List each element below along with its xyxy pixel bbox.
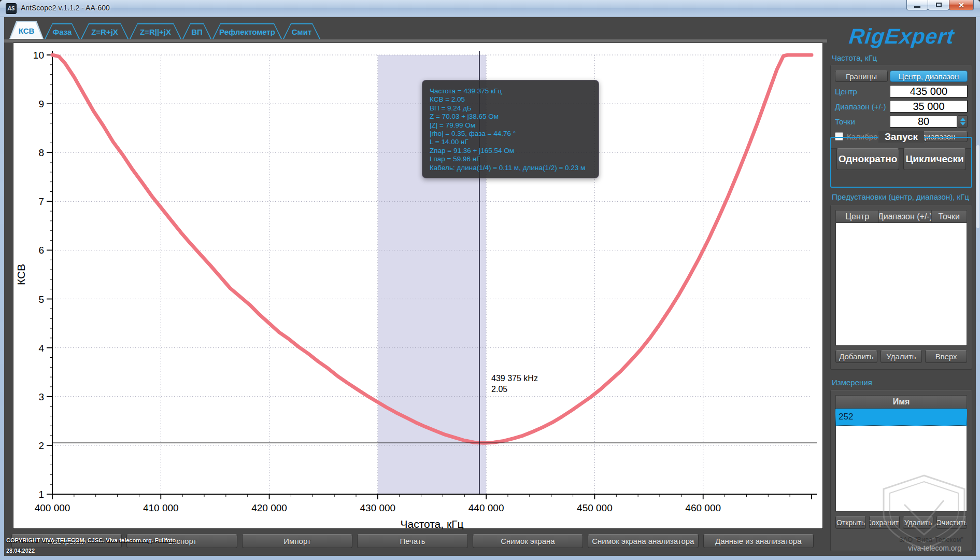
tooltip-line: ВП = 9.24 дБ bbox=[430, 104, 591, 113]
svg-text:7: 7 bbox=[38, 196, 44, 207]
cursor-swr-annotation: 2.05 bbox=[491, 385, 507, 394]
tooltip-line: Z = 70.03 + j38.65 Ом bbox=[430, 113, 591, 121]
tooltip-line: Lпар = 59.96 нГ bbox=[430, 155, 591, 163]
svg-text:4: 4 bbox=[38, 343, 44, 354]
tab-smith[interactable]: Смит bbox=[283, 23, 320, 39]
tab-phase[interactable]: Фаза bbox=[45, 23, 80, 39]
spin-up-icon bbox=[960, 118, 965, 121]
sidebar: RigExpert Частота, кГц Границы Центр, ди… bbox=[828, 17, 976, 556]
tooltip-line: КСВ = 2.05 bbox=[430, 95, 591, 104]
svg-text:450 000: 450 000 bbox=[577, 502, 613, 513]
svg-text:430 000: 430 000 bbox=[360, 502, 396, 513]
window-controls: ✕ bbox=[907, 0, 974, 10]
screenshot-button[interactable]: Снимок экрана bbox=[473, 534, 583, 548]
measurement-tooltip: Частота = 439 375 кГц КСВ = 2.05 ВП = 9.… bbox=[422, 80, 599, 178]
minimize-icon bbox=[914, 6, 920, 8]
preset-delete-button[interactable]: Удалить bbox=[880, 350, 922, 363]
tab-reflectometer[interactable]: Рефлектометр bbox=[212, 23, 282, 39]
scan-title: Запуск bbox=[878, 131, 924, 143]
chart-tabs: КСВ Фаза Z=R+jX Z=R||+jX ВП Рефлектометр… bbox=[9, 21, 321, 39]
tooltip-line: L = 14.00 нГ bbox=[430, 138, 591, 146]
points-stepper[interactable] bbox=[958, 115, 968, 128]
app-content: КСВ Фаза Z=R+jX Z=R||+jX ВП Рефлектометр… bbox=[4, 17, 976, 556]
center-frequency-input[interactable]: 435 000 bbox=[890, 85, 968, 97]
svg-text:440 000: 440 000 bbox=[468, 502, 504, 513]
measurements-list[interactable] bbox=[835, 426, 967, 512]
measurements-table-header: Имя bbox=[835, 395, 967, 409]
tooltip-line: Частота = 439 375 кГц bbox=[430, 87, 591, 95]
cyclic-scan-button[interactable]: Циклически bbox=[903, 148, 966, 170]
preset-add-button[interactable]: Добавить bbox=[835, 350, 877, 363]
svg-text:3: 3 bbox=[38, 391, 44, 402]
analyzer-data-button[interactable]: Данные из анализатора bbox=[703, 534, 814, 548]
tooltip-line: |rho| = 0.35, фаза = 44.76 ° bbox=[430, 130, 591, 138]
center-label: Центр bbox=[835, 87, 857, 96]
maximize-icon bbox=[936, 3, 942, 7]
swr-chart-panel[interactable]: 12345678910400 000410 000420 000430 0004… bbox=[13, 43, 823, 529]
window-title: AntScope2 v.1.1.2 - AA-600 bbox=[21, 4, 110, 12]
tooltip-line: Кабель: длина(1/4) = 0.11 м, длина(1/2) … bbox=[430, 164, 591, 172]
svg-text:2: 2 bbox=[38, 440, 44, 451]
application-window: AS AntScope2 v.1.1.2 - AA-600 ✕ КСВ Фаза… bbox=[0, 0, 980, 560]
app-icon: AS bbox=[6, 3, 17, 14]
close-button[interactable]: ✕ bbox=[949, 0, 974, 10]
preset-up-button[interactable]: Вверх bbox=[925, 350, 967, 363]
analyzer-screenshot-button[interactable]: Снимок экрана анализатора bbox=[588, 534, 698, 548]
presets-col-span: Диапазон (+/-) bbox=[879, 211, 931, 222]
svg-text:420 000: 420 000 bbox=[251, 502, 287, 513]
tab-swr[interactable]: КСВ bbox=[9, 21, 44, 39]
tooltip-line: |Z| = 79.99 Ом bbox=[430, 121, 591, 130]
cursor-freq-annotation: 439 375 kHz bbox=[491, 374, 538, 383]
center-span-mode-button[interactable]: Центр, диапазон bbox=[890, 71, 968, 82]
svg-text:8: 8 bbox=[38, 147, 44, 158]
presets-col-center: Центр bbox=[836, 211, 879, 222]
svg-text:6: 6 bbox=[38, 245, 44, 256]
scan-groupbox: Запуск Однократно Циклически bbox=[830, 137, 972, 188]
measurement-save-button[interactable]: Сохранить bbox=[869, 516, 900, 529]
export-button[interactable]: Экспорт bbox=[126, 534, 237, 548]
measurements-col-name: Имя bbox=[836, 396, 967, 408]
minimize-button[interactable] bbox=[906, 0, 928, 10]
tab-rl[interactable]: ВП bbox=[182, 23, 211, 39]
svg-text:9: 9 bbox=[38, 99, 44, 109]
measurement-open-button[interactable]: Открыть bbox=[835, 516, 866, 529]
svg-text:1: 1 bbox=[38, 489, 44, 500]
presets-col-points: Точки bbox=[932, 211, 967, 222]
import-button[interactable]: Импорт bbox=[242, 534, 352, 548]
window-frame-highlight bbox=[976, 145, 979, 228]
svg-text:10: 10 bbox=[33, 50, 44, 61]
close-icon: ✕ bbox=[958, 1, 964, 9]
print-button[interactable]: Печать bbox=[357, 534, 467, 548]
tab-z-series[interactable]: Z=R+jX bbox=[81, 23, 129, 39]
measurements-label: Измерения bbox=[832, 378, 872, 387]
measurement-row-selected[interactable]: 252 bbox=[835, 409, 967, 426]
svg-text:460 000: 460 000 bbox=[685, 502, 721, 513]
presets-table-body[interactable] bbox=[835, 223, 967, 346]
points-label: Точки bbox=[835, 117, 855, 126]
svg-text:5: 5 bbox=[38, 294, 44, 305]
rigexpert-logo: RigExpert bbox=[829, 24, 975, 49]
presets-panel: Центр Диапазон (+/-) Точки Добавить Удал… bbox=[830, 205, 972, 370]
svg-text:400 000: 400 000 bbox=[35, 502, 70, 513]
tooltip-line: Zпар = 91.36 + j165.54 Ом bbox=[430, 147, 591, 155]
settings-button[interactable]: Настройки bbox=[11, 534, 122, 548]
measurements-panel: Имя 252 Открыть Сохранить Удалить Очисти… bbox=[830, 390, 972, 551]
svg-text:КСВ: КСВ bbox=[15, 264, 27, 285]
presets-table-header: Центр Диапазон (+/-) Точки bbox=[835, 210, 967, 223]
spin-down-icon bbox=[960, 122, 965, 125]
single-scan-button[interactable]: Однократно bbox=[836, 148, 899, 170]
svg-text:Частота, кГц: Частота, кГц bbox=[400, 518, 463, 529]
points-input[interactable]: 80 bbox=[890, 115, 957, 128]
bottom-toolbar: Настройки Экспорт Импорт Печать Снимок э… bbox=[11, 534, 814, 548]
svg-text:410 000: 410 000 bbox=[143, 502, 179, 513]
measurement-clear-button[interactable]: Очистить bbox=[936, 516, 967, 529]
titlebar: AS AntScope2 v.1.1.2 - AA-600 ✕ bbox=[0, 0, 980, 17]
measurement-delete-button[interactable]: Удалить bbox=[903, 516, 933, 529]
tab-z-parallel[interactable]: Z=R||+jX bbox=[130, 23, 181, 39]
span-input[interactable]: 35 000 bbox=[890, 100, 968, 113]
span-label: Диапазон (+/-) bbox=[835, 102, 886, 111]
maximize-button[interactable] bbox=[928, 0, 949, 10]
limits-mode-button[interactable]: Границы bbox=[835, 71, 888, 82]
frequency-section-label: Частота, кГц bbox=[832, 53, 877, 62]
presets-label: Предустановки (центр, диапазон), кГц bbox=[832, 192, 969, 201]
